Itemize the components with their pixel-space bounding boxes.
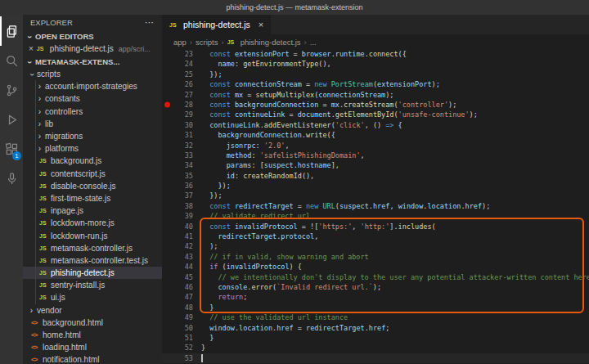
code-line[interactable]: 27 const mx = setupMultiplex(connectionS… [162, 90, 589, 100]
code-text[interactable]: }); [201, 181, 231, 191]
breadcrumb-item-[interactable]: ... [310, 38, 317, 47]
code-line[interactable]: 41 redirectTarget.protocol, [162, 231, 589, 241]
workspace-header[interactable]: › METAMASK-EXTENS... [23, 55, 162, 68]
code-line[interactable]: 34 params: [suspect.hostname], [162, 160, 589, 170]
line-number[interactable]: 45 [162, 272, 201, 282]
activity-search-icon[interactable] [0, 46, 23, 75]
code-text[interactable]: jsonrpc: '2.0', [201, 141, 290, 151]
code-text[interactable]: name: getEnvironmentType(), [201, 59, 331, 69]
code-text[interactable]: method: 'safelistPhishingDomain', [201, 151, 365, 160]
line-number[interactable]: 23 [162, 49, 201, 59]
open-editor-item-phishing-detect-js[interactable]: ×JSphishing-detect.jsapp/scri... [23, 43, 162, 55]
code-text[interactable]: params: [suspect.hostname], [201, 160, 339, 170]
code-line[interactable]: 31 backgroundConnection.write({ [162, 130, 589, 140]
line-number[interactable]: 48 [162, 303, 201, 312]
code-line[interactable]: 52} [162, 343, 589, 353]
code-line[interactable]: 25 }); [162, 70, 589, 79]
code-text[interactable]: // we intentionally don't display to the… [201, 272, 589, 282]
tree-item-sentry-install-js[interactable]: JSsentry-install.js [23, 279, 162, 291]
more-actions-icon[interactable]: ⋯ [145, 17, 154, 28]
line-number[interactable]: 24 [162, 59, 201, 69]
code-line[interactable]: 44 if (invalidProtocol) { [162, 262, 589, 272]
line-number[interactable]: 37 [162, 191, 201, 200]
tree-item-lockdown-more-js[interactable]: JSlockdown-more.js [23, 217, 162, 229]
tree-item-scripts[interactable]: ›scripts [23, 68, 162, 80]
line-number[interactable]: 47 [162, 292, 201, 302]
code-text[interactable]: const connectionStream = new PortStream(… [201, 79, 440, 89]
code-text[interactable]: continueLink.addEventListener('click', (… [201, 120, 402, 130]
code-text[interactable]: backgroundConnection.write({ [201, 130, 335, 140]
line-number[interactable]: 38 [162, 201, 201, 211]
code-line[interactable]: 46 console.error(`Invalid redirect url.`… [162, 282, 589, 292]
code-line[interactable]: 28 const backgroundConnection = mx.creat… [162, 100, 589, 110]
line-number[interactable]: 25 [162, 70, 201, 79]
code-text[interactable]: // if in valid, show warning and abort [201, 252, 369, 262]
code-text[interactable]: if (invalidProtocol) { [201, 262, 302, 272]
code-text[interactable]: } [201, 343, 205, 353]
code-text[interactable]: const extensionPort = browser.runtime.co… [201, 49, 407, 59]
tree-item-background-html[interactable]: <>background.html [23, 317, 162, 329]
code-text[interactable]: }); [201, 70, 223, 79]
code-line[interactable]: 48 } [162, 303, 589, 312]
code-text[interactable]: ); [201, 241, 218, 251]
tree-item-account-import-strategies[interactable]: ›account-import-strategies [23, 80, 162, 92]
activity-run-debug-icon[interactable] [0, 105, 23, 134]
code-line[interactable]: 26 const connectionStream = new PortStre… [162, 79, 589, 89]
open-editors-header[interactable]: › OPEN EDITORS [23, 29, 162, 43]
code-text[interactable]: redirectTarget.protocol, [201, 231, 318, 241]
code-line[interactable]: 45 // we intentionally don't display to … [162, 272, 589, 282]
line-number[interactable]: 50 [162, 323, 201, 333]
code-text[interactable] [201, 353, 203, 363]
code-line[interactable]: 53 [162, 353, 589, 363]
tree-item-notification-html[interactable]: <>notification.html [23, 353, 162, 364]
tree-item-metamask-controller-test-js[interactable]: JSmetamask-controller.test.js [23, 254, 162, 267]
tree-item-home-html[interactable]: <>home.html [23, 329, 162, 341]
tree-item-background-js[interactable]: JSbackground.js [23, 155, 162, 167]
tree-item-migrations[interactable]: ›migrations [23, 130, 162, 142]
code-line[interactable]: 35 id: createRandomId(), [162, 171, 589, 181]
tree-item-vendor[interactable]: ›vendor [23, 304, 162, 317]
line-number[interactable]: 32 [162, 141, 201, 151]
line-number[interactable]: 43 [162, 252, 201, 262]
code-text[interactable]: const invalidProtocol = !['https:', 'htt… [201, 222, 436, 231]
tree-item-first-time-state-js[interactable]: JSfirst-time-state.js [23, 192, 162, 204]
code-line[interactable]: 32 jsonrpc: '2.0', [162, 141, 589, 151]
tab-phishing-detect-js[interactable]: JS phishing-detect.js × [162, 15, 271, 34]
code-text[interactable]: // validate redirect url [201, 211, 310, 221]
tree-item-loading-html[interactable]: <>loading.html [23, 341, 162, 353]
code-text[interactable]: const mx = setupMultiplex(connectionStre… [201, 90, 394, 100]
code-line[interactable]: 51 } [162, 333, 589, 343]
code-line[interactable]: 43 // if in valid, show warning and abor… [162, 252, 589, 262]
code-line[interactable]: 33 method: 'safelistPhishingDomain', [162, 151, 589, 160]
tree-item-controllers[interactable]: ›controllers [23, 106, 162, 118]
code-text[interactable]: id: createRandomId(), [201, 171, 314, 181]
close-icon[interactable]: × [29, 44, 34, 53]
code-line[interactable]: 38 const redirectTarget = new URL(suspec… [162, 201, 589, 211]
activity-microphone-icon[interactable] [0, 164, 23, 193]
code-text[interactable]: return; [201, 292, 247, 302]
line-number[interactable]: 41 [162, 231, 201, 241]
breakpoint-icon[interactable] [164, 102, 170, 108]
line-number[interactable]: 35 [162, 171, 201, 181]
line-number[interactable]: 34 [162, 160, 201, 170]
code-text[interactable]: const continueLink = document.getElement… [201, 110, 478, 119]
line-number[interactable]: 31 [162, 130, 201, 140]
line-number[interactable]: 28 [162, 100, 201, 110]
code-line[interactable]: 42 ); [162, 241, 589, 251]
tree-item-inpage-js[interactable]: JSinpage.js [23, 204, 162, 217]
tree-item-metamask-controller-js[interactable]: JSmetamask-controller.js [23, 242, 162, 254]
code-text[interactable]: // use the validated url instance [201, 312, 348, 322]
line-number[interactable]: 29 [162, 110, 201, 119]
line-number[interactable]: 51 [162, 333, 201, 343]
line-number[interactable]: 26 [162, 79, 201, 89]
tree-item-lib[interactable]: ›lib [23, 118, 162, 130]
activity-explorer-icon[interactable] [0, 16, 23, 46]
line-number[interactable]: 49 [162, 312, 201, 322]
code-line[interactable]: 47 return; [162, 292, 589, 302]
close-icon[interactable]: × [259, 20, 263, 29]
code-line[interactable]: 40 const invalidProtocol = !['https:', '… [162, 222, 589, 231]
line-number[interactable]: 36 [162, 181, 201, 191]
code-line[interactable]: 37 }); [162, 191, 589, 200]
line-number[interactable]: 33 [162, 151, 201, 160]
code-text[interactable]: }); [201, 191, 223, 200]
